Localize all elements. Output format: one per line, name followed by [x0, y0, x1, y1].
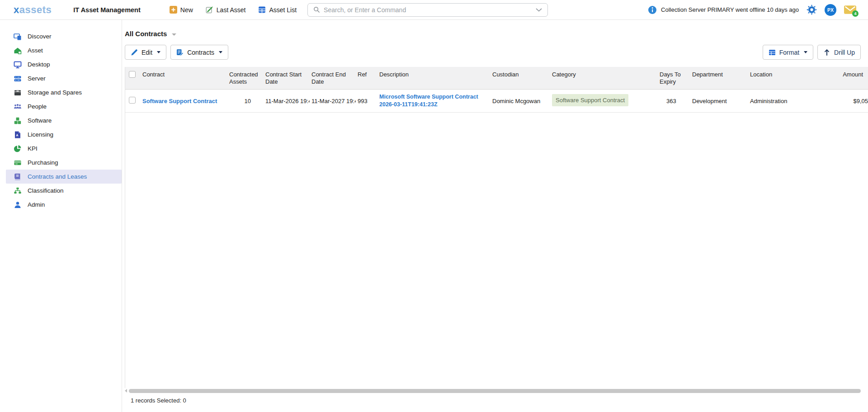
contract-link[interactable]: Software Support Contract [142, 98, 217, 104]
top-right-cluster: Collection Server PRIMARY went offline 1… [648, 4, 856, 16]
devices-icon [14, 33, 22, 41]
notification-text: Collection Server PRIMARY went offline 1… [661, 6, 799, 13]
row-checkbox[interactable] [129, 97, 136, 104]
cubes-icon [14, 117, 22, 125]
column-header-ref[interactable]: Ref [356, 67, 377, 90]
sidebar-item-people[interactable]: People [6, 99, 122, 114]
credit-card-icon [14, 159, 22, 167]
chevron-down-icon[interactable] [536, 8, 542, 12]
sidebar-item-discover[interactable]: Discover [6, 29, 122, 43]
sidebar-item-asset[interactable]: Asset [6, 43, 122, 57]
notification[interactable]: Collection Server PRIMARY went offline 1… [648, 5, 799, 14]
column-header-contract[interactable]: Contract [141, 67, 227, 90]
xassets-logo[interactable]: xassets [14, 4, 52, 16]
sidebar-item-contracts-and-leases[interactable]: Contracts and Leases [6, 170, 122, 184]
plus-icon [170, 6, 177, 14]
asset-list-button[interactable]: Asset List [258, 6, 297, 14]
page-title: All Contracts [125, 30, 167, 38]
settings-button[interactable] [807, 5, 817, 15]
sidebar-item-server[interactable]: Server [6, 71, 122, 85]
sidebar-item-storage-and-spares[interactable]: Storage and Spares [6, 85, 122, 99]
table-header-row: Contract Contracted Assets Contract Star… [125, 67, 868, 90]
select-all-checkbox[interactable] [129, 71, 136, 78]
license-document-icon [14, 131, 22, 139]
people-icon [14, 103, 22, 111]
format-button[interactable]: Format [763, 45, 813, 60]
chevron-down-icon [219, 51, 222, 53]
monitor-icon [14, 61, 22, 69]
cell-contract-end-date: 11-Mar-2027 19:4 [310, 90, 356, 113]
pie-chart-icon [14, 145, 22, 153]
book-icon [14, 173, 22, 181]
column-header-location[interactable]: Location [748, 67, 815, 90]
server-icon [14, 75, 22, 83]
column-header-contract-end-date[interactable]: Contract End Date [310, 67, 356, 90]
column-header-description[interactable]: Description [377, 67, 491, 90]
contracts-table: Contract Contracted Assets Contract Star… [125, 67, 868, 113]
top-actions: New Last Asset Asset List [170, 6, 297, 14]
sidebar: Discover Asset Desktop Server Storage an… [0, 20, 122, 412]
scroll-left-arrow-icon[interactable] [125, 389, 127, 393]
hierarchy-icon [14, 187, 22, 195]
sidebar-item-desktop[interactable]: Desktop [6, 57, 122, 71]
column-header-category[interactable]: Category [550, 67, 658, 90]
main-content: All Contracts Edit Contracts Format Dril… [122, 20, 868, 412]
contract-icon [176, 49, 184, 56]
pencil-icon [131, 49, 138, 56]
cell-days-to-expiry: 363 [658, 90, 690, 113]
new-button[interactable]: New [170, 6, 193, 14]
search-input[interactable] [324, 6, 532, 14]
scrollbar-thumb[interactable] [129, 389, 861, 393]
toolbar: Edit Contracts Format Drill Up [125, 45, 861, 60]
column-header-contracted-assets[interactable]: Contracted Assets [227, 67, 264, 90]
cell-amount: $9,05 [815, 90, 868, 113]
column-header-department[interactable]: Department [690, 67, 748, 90]
storage-box-icon [14, 89, 22, 97]
top-bar: xassets IT Asset Management New Last Ass… [0, 0, 868, 20]
mail-count-badge: 4 [852, 10, 859, 17]
title-chevron-down-icon[interactable] [172, 33, 176, 36]
sidebar-item-software[interactable]: Software [6, 114, 122, 128]
table-row: Software Support Contract 10 11-Mar-2026… [125, 90, 868, 113]
sidebar-item-admin[interactable]: Admin [6, 198, 122, 212]
contracts-button[interactable]: Contracts [170, 45, 228, 60]
column-header-custodian[interactable]: Custodian [491, 67, 550, 90]
category-badge: Software Support Contract [552, 94, 628, 106]
grid-table-icon [258, 6, 266, 14]
avatar[interactable]: PX [825, 4, 836, 16]
column-header-amount[interactable]: Amount [815, 67, 868, 90]
status-bar: 1 records Selected: 0 [131, 397, 186, 404]
description-link[interactable]: Microsoft Software Support Contract 2026… [379, 94, 478, 108]
chevron-down-icon [157, 51, 160, 53]
page-head: All Contracts [125, 30, 176, 38]
info-icon [648, 5, 657, 14]
cell-contract-start-date: 11-Mar-2026 19:4 [264, 90, 310, 113]
search-box [307, 3, 548, 17]
messages-button[interactable]: 4 [844, 5, 856, 14]
edit-button[interactable]: Edit [125, 45, 166, 60]
arrow-up-icon [823, 49, 830, 56]
column-header-days-to-expiry[interactable]: Days To Expiry [658, 67, 690, 90]
column-header-contract-start-date[interactable]: Contract Start Date [264, 67, 310, 90]
home-icon [14, 47, 22, 55]
sidebar-item-classification[interactable]: Classification [6, 184, 122, 198]
edit-pencil-icon [206, 6, 213, 14]
sidebar-item-licensing[interactable]: Licensing [6, 128, 122, 142]
format-table-icon [769, 49, 776, 56]
contracts-table-region: Contract Contracted Assets Contract Star… [125, 67, 868, 388]
cell-department: Development [690, 90, 748, 113]
search-icon [313, 6, 320, 13]
last-asset-button[interactable]: Last Asset [206, 6, 246, 14]
person-icon [14, 201, 22, 209]
cell-location: Administration [748, 90, 815, 113]
sidebar-item-purchasing[interactable]: Purchasing [6, 156, 122, 170]
cell-contracted-assets: 10 [227, 90, 264, 113]
cell-custodian: Dominic Mcgowan [491, 90, 550, 113]
chevron-down-icon [804, 51, 807, 53]
sidebar-item-kpi[interactable]: KPI [6, 142, 122, 156]
app-title: IT Asset Management [73, 6, 141, 14]
drill-up-button[interactable]: Drill Up [817, 45, 861, 60]
cell-ref: 993 [356, 90, 377, 113]
horizontal-scrollbar [125, 388, 861, 393]
gear-icon [807, 5, 817, 15]
